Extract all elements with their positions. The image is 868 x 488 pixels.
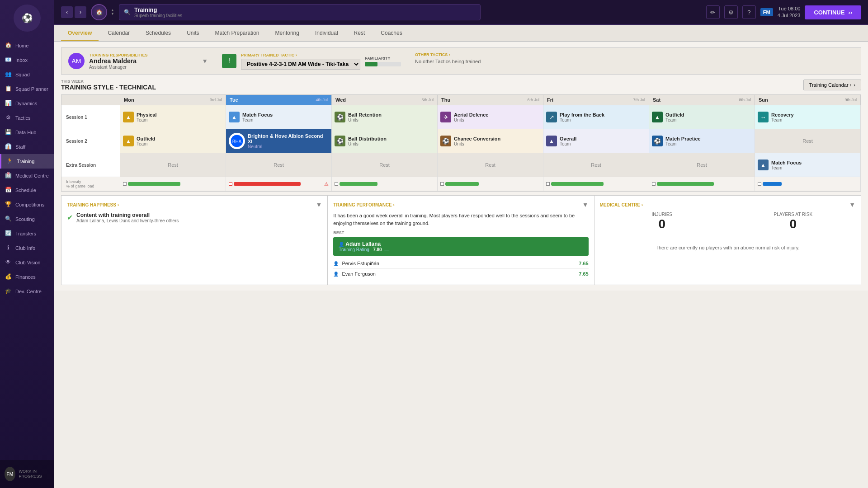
player-rating-2: 7.65 bbox=[579, 271, 588, 277]
medical-toggle[interactable]: ▼ bbox=[849, 201, 855, 208]
tab-match-prep[interactable]: Match Preparation bbox=[208, 26, 266, 41]
edit-button[interactable]: ✏ bbox=[706, 5, 720, 19]
tab-mentoring[interactable]: Mentoring bbox=[269, 26, 306, 41]
sidebar-item-club-info[interactable]: ℹ Club Info bbox=[0, 241, 54, 255]
help-button[interactable]: ? bbox=[742, 5, 756, 19]
tab-calendar[interactable]: Calendar bbox=[101, 26, 137, 41]
session2-wed[interactable]: ⚽ Ball Distribution Units bbox=[332, 129, 438, 153]
schedule-icon: 📅 bbox=[5, 187, 12, 194]
resp-role: Assistant Manager bbox=[89, 65, 197, 70]
session1-sun[interactable]: ↔ Recovery Team bbox=[755, 105, 861, 129]
sidebar-item-finances[interactable]: 💰 Finances bbox=[0, 270, 54, 284]
sidebar-item-medical[interactable]: 🏥 Medical Centre bbox=[0, 169, 54, 183]
sidebar-item-squad[interactable]: 👥 Squad bbox=[0, 67, 54, 82]
tab-coaches[interactable]: Coaches bbox=[374, 26, 409, 41]
tab-rest[interactable]: Rest bbox=[347, 26, 372, 41]
session2-mon[interactable]: ▲ Outfield Team bbox=[120, 129, 226, 153]
extra-thu: Rest bbox=[438, 153, 543, 177]
tactic-select[interactable]: Positive 4-2-3-1 DM AM Wide - Tiki-Taka bbox=[241, 59, 360, 70]
sidebar-item-competitions[interactable]: 🏆 Competitions bbox=[0, 197, 54, 212]
player-icon-1: 👤 bbox=[333, 261, 339, 266]
schedule-day-fri: Fri 7th Jul bbox=[543, 95, 649, 105]
schedule-day-thu: Thu 6th Jul bbox=[438, 95, 543, 105]
home-icon: 🏠 bbox=[5, 42, 12, 49]
chance-conv-icon: ⚽ bbox=[440, 136, 451, 146]
medical-note: There are currently no players with an a… bbox=[600, 245, 855, 250]
medical-stats: Injuries 0 Players At Risk 0 bbox=[600, 212, 855, 231]
session2-fri[interactable]: ▲ Overall Team bbox=[543, 129, 649, 153]
sidebar-logo: ⚽ bbox=[14, 5, 41, 32]
session1-thu[interactable]: ✈ Aerial Defence Units bbox=[438, 105, 543, 129]
sidebar-item-dev-centre[interactable]: 🎓 Dev. Centre bbox=[0, 284, 54, 299]
badge-down-arrow[interactable]: ▼ bbox=[111, 12, 114, 16]
sidebar-item-tactics[interactable]: ⚙ Tactics bbox=[0, 111, 54, 125]
training-calendar-button[interactable]: Training Calendar › › bbox=[803, 80, 861, 90]
session1-mon[interactable]: ▲ Physical Team bbox=[120, 105, 226, 129]
intensity-indicator-thu bbox=[440, 182, 444, 186]
extra-tue: Rest bbox=[226, 153, 332, 177]
settings-button[interactable]: ⚙ bbox=[724, 5, 738, 19]
this-week-title: TRAINING STYLE - TECHNICAL bbox=[61, 84, 156, 91]
medical-title[interactable]: Medical Centre › bbox=[600, 202, 643, 207]
tactic-label[interactable]: Primary Trained Tactic › bbox=[241, 53, 360, 57]
other-tactics-label[interactable]: Other Tactics › bbox=[415, 52, 854, 57]
intensity-indicator-wed bbox=[335, 182, 338, 186]
competitions-icon: 🏆 bbox=[5, 201, 12, 208]
tab-units[interactable]: Units bbox=[180, 26, 206, 41]
sidebar-item-dynamics[interactable]: 📊 Dynamics bbox=[0, 96, 54, 111]
session1-row: Session 1 ▲ Physical Team ▲ Match Focus … bbox=[61, 105, 861, 129]
schedule-header-row: Mon 3rd Jul Tue 4th Jul Wed 5th Jul Thu … bbox=[61, 95, 861, 105]
at-risk-block: Players At Risk 0 bbox=[731, 212, 855, 231]
datetime-line2: 4 Jul 2023 bbox=[778, 12, 801, 19]
content-area: AM Training Responsibilities Andrea Mald… bbox=[54, 42, 868, 291]
sidebar-item-staff[interactable]: 👔 Staff bbox=[0, 140, 54, 154]
tab-overview[interactable]: Overview bbox=[61, 26, 99, 41]
brighton-badge: BHA bbox=[229, 133, 245, 149]
sidebar-item-club-vision[interactable]: 👁 Club Vision bbox=[0, 255, 54, 270]
tab-individual[interactable]: Individual bbox=[308, 26, 345, 41]
sidebar-item-home[interactable]: 🏠 Home bbox=[0, 38, 54, 53]
training-header-bar: AM Training Responsibilities Andrea Mald… bbox=[61, 47, 861, 75]
session1-tue[interactable]: ▲ Match Focus Team bbox=[226, 105, 332, 129]
performance-panel: Training Performance › ▼ It has been a g… bbox=[328, 196, 594, 285]
session1-wed[interactable]: ⚽ Ball Retention Units bbox=[332, 105, 438, 129]
schedule-day-wed: Wed 5th Jul bbox=[332, 95, 438, 105]
happiness-title[interactable]: Training Happiness › bbox=[67, 202, 119, 207]
session2-label: Session 2 bbox=[61, 129, 120, 153]
sidebar-item-training[interactable]: 🏃 Training bbox=[0, 154, 54, 169]
session2-tue-brighton[interactable]: BHA Brighton & Hove Albion Second XI Neu… bbox=[226, 129, 332, 153]
continue-button[interactable]: CONTINUE ›› bbox=[805, 5, 861, 19]
happiness-toggle[interactable]: ▼ bbox=[316, 201, 322, 208]
outfield2-icon: ▲ bbox=[123, 136, 134, 146]
sidebar: ⚽ 🏠 Home 📧 Inbox 👥 Squad 📋 Squad Planner… bbox=[0, 0, 54, 488]
sidebar-item-data-hub[interactable]: 💾 Data Hub bbox=[0, 125, 54, 140]
staff-icon: 👔 bbox=[5, 143, 12, 150]
sidebar-item-schedule[interactable]: 📅 Schedule bbox=[0, 183, 54, 197]
sidebar-item-squad-planner[interactable]: 📋 Squad Planner bbox=[0, 82, 54, 96]
intensity-indicator-tue bbox=[229, 182, 232, 186]
resp-dropdown-arrow[interactable]: ▼ bbox=[202, 57, 208, 65]
bottom-panels: Training Happiness › ▼ ✔ Content with tr… bbox=[61, 195, 861, 285]
nav-forward-button[interactable]: › bbox=[75, 6, 86, 18]
extra-sun[interactable]: ▲ Match Focus Team bbox=[755, 153, 861, 177]
happiness-panel: Training Happiness › ▼ ✔ Content with tr… bbox=[61, 196, 328, 285]
extra-sat: Rest bbox=[649, 153, 755, 177]
wip-logo: FM bbox=[5, 467, 15, 481]
session2-thu[interactable]: ⚽ Chance Conversion Units bbox=[438, 129, 543, 153]
tactics-icon: ⚙ bbox=[5, 114, 12, 122]
search-title: Training bbox=[134, 6, 182, 13]
schedule-day-sat: Sat 8th Jul bbox=[649, 95, 755, 105]
performance-title[interactable]: Training Performance › bbox=[333, 202, 395, 207]
performance-toggle[interactable]: ▼ bbox=[582, 201, 589, 208]
session2-sat[interactable]: ⚽ Match Practice Team bbox=[649, 129, 755, 153]
topbar: ‹ › 🏠 ▲ ▼ 🔍 Training Superb training fac… bbox=[54, 0, 868, 25]
sidebar-item-inbox[interactable]: 📧 Inbox bbox=[0, 53, 54, 67]
search-box[interactable]: 🔍 Training Superb training facilities bbox=[119, 4, 481, 20]
tab-schedules[interactable]: Schedules bbox=[139, 26, 178, 41]
sidebar-item-transfers[interactable]: 🔄 Transfers bbox=[0, 226, 54, 241]
session1-fri[interactable]: ↗ Play from the Back Team bbox=[543, 105, 649, 129]
session2-row: Session 2 ▲ Outfield Team BHA Brighton &… bbox=[61, 129, 861, 153]
nav-back-button[interactable]: ‹ bbox=[61, 6, 73, 18]
sidebar-item-scouting[interactable]: 🔍 Scouting bbox=[0, 212, 54, 226]
session1-sat[interactable]: ▲ Outfield Team bbox=[649, 105, 755, 129]
